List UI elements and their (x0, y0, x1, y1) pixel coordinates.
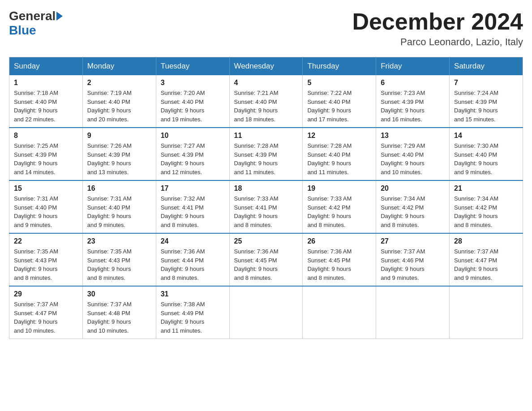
day-info: Sunrise: 7:31 AMSunset: 4:40 PMDaylight:… (14, 194, 78, 229)
day-info: Sunrise: 7:35 AMSunset: 4:43 PMDaylight:… (14, 247, 78, 282)
day-info: Sunrise: 7:21 AMSunset: 4:40 PMDaylight:… (234, 89, 298, 124)
day-info: Sunrise: 7:23 AMSunset: 4:39 PMDaylight:… (381, 89, 445, 124)
day-number: 15 (14, 184, 78, 193)
day-number: 31 (161, 290, 225, 298)
day-number: 14 (454, 132, 518, 140)
day-number: 8 (14, 132, 78, 140)
calendar-header: SundayMondayTuesdayWednesdayThursdayFrid… (9, 57, 523, 76)
calendar-cell: 25Sunrise: 7:36 AMSunset: 4:45 PMDayligh… (229, 233, 303, 286)
day-number: 10 (161, 132, 225, 140)
day-number: 21 (454, 184, 518, 193)
day-of-week-header: Tuesday (156, 57, 229, 76)
day-number: 13 (381, 132, 445, 140)
day-number: 1 (14, 79, 78, 87)
day-of-week-header: Thursday (303, 57, 376, 76)
title-section: December 2024 Parco Leonardo, Lazio, Ita… (352, 9, 523, 48)
day-number: 23 (87, 237, 151, 245)
calendar-week-row: 15Sunrise: 7:31 AMSunset: 4:40 PMDayligh… (9, 180, 523, 233)
calendar-cell: 6Sunrise: 7:23 AMSunset: 4:39 PMDaylight… (376, 75, 450, 128)
calendar-cell: 14Sunrise: 7:30 AMSunset: 4:40 PMDayligh… (450, 128, 523, 180)
calendar-cell: 13Sunrise: 7:29 AMSunset: 4:40 PMDayligh… (376, 128, 450, 180)
calendar-cell: 28Sunrise: 7:37 AMSunset: 4:47 PMDayligh… (450, 233, 523, 286)
day-number: 17 (161, 184, 225, 193)
day-info: Sunrise: 7:20 AMSunset: 4:40 PMDaylight:… (161, 89, 225, 124)
day-number: 22 (14, 237, 78, 245)
calendar-cell: 2Sunrise: 7:19 AMSunset: 4:40 PMDaylight… (82, 75, 156, 128)
calendar-cell: 24Sunrise: 7:36 AMSunset: 4:44 PMDayligh… (156, 233, 229, 286)
logo: General Blue (9, 9, 64, 38)
calendar-cell: 1Sunrise: 7:18 AMSunset: 4:40 PMDaylight… (9, 75, 83, 128)
calendar-cell: 31Sunrise: 7:38 AMSunset: 4:49 PMDayligh… (156, 286, 229, 339)
day-info: Sunrise: 7:28 AMSunset: 4:40 PMDaylight:… (307, 141, 371, 176)
day-of-week-header: Sunday (9, 57, 83, 76)
day-number: 19 (307, 184, 371, 193)
calendar-table: SundayMondayTuesdayWednesdayThursdayFrid… (9, 57, 523, 339)
day-of-week-header: Friday (376, 57, 450, 76)
day-info: Sunrise: 7:36 AMSunset: 4:44 PMDaylight:… (161, 247, 225, 282)
calendar-cell: 9Sunrise: 7:26 AMSunset: 4:39 PMDaylight… (82, 128, 156, 180)
day-number: 29 (14, 290, 78, 298)
calendar-cell: 15Sunrise: 7:31 AMSunset: 4:40 PMDayligh… (9, 180, 83, 233)
calendar-week-row: 22Sunrise: 7:35 AMSunset: 4:43 PMDayligh… (9, 233, 523, 286)
day-number: 18 (234, 184, 298, 193)
day-number: 9 (87, 132, 151, 140)
day-number: 3 (161, 79, 225, 87)
day-of-week-header: Wednesday (229, 57, 303, 76)
day-info: Sunrise: 7:22 AMSunset: 4:40 PMDaylight:… (307, 89, 371, 124)
day-info: Sunrise: 7:25 AMSunset: 4:39 PMDaylight:… (14, 141, 78, 176)
calendar-cell: 4Sunrise: 7:21 AMSunset: 4:40 PMDaylight… (229, 75, 303, 128)
calendar-week-row: 1Sunrise: 7:18 AMSunset: 4:40 PMDaylight… (9, 75, 523, 128)
day-of-week-header: Monday (82, 57, 156, 76)
day-number: 5 (307, 79, 371, 87)
day-info: Sunrise: 7:30 AMSunset: 4:40 PMDaylight:… (454, 141, 518, 176)
day-number: 27 (381, 237, 445, 245)
day-info: Sunrise: 7:37 AMSunset: 4:47 PMDaylight:… (454, 247, 518, 282)
day-info: Sunrise: 7:37 AMSunset: 4:47 PMDaylight:… (14, 300, 78, 335)
calendar-cell: 3Sunrise: 7:20 AMSunset: 4:40 PMDaylight… (156, 75, 229, 128)
day-info: Sunrise: 7:19 AMSunset: 4:40 PMDaylight:… (87, 89, 151, 124)
calendar-cell: 26Sunrise: 7:36 AMSunset: 4:45 PMDayligh… (303, 233, 376, 286)
month-title: December 2024 (352, 9, 523, 34)
day-number: 11 (234, 132, 298, 140)
day-info: Sunrise: 7:34 AMSunset: 4:42 PMDaylight:… (454, 194, 518, 229)
day-info: Sunrise: 7:32 AMSunset: 4:41 PMDaylight:… (161, 194, 225, 229)
calendar-cell: 12Sunrise: 7:28 AMSunset: 4:40 PMDayligh… (303, 128, 376, 180)
calendar-cell: 18Sunrise: 7:33 AMSunset: 4:41 PMDayligh… (229, 180, 303, 233)
logo-general-text: General (9, 9, 56, 23)
day-number: 24 (161, 237, 225, 245)
day-info: Sunrise: 7:24 AMSunset: 4:39 PMDaylight:… (454, 89, 518, 124)
calendar-cell (376, 286, 450, 339)
day-info: Sunrise: 7:34 AMSunset: 4:42 PMDaylight:… (381, 194, 445, 229)
location-title: Parco Leonardo, Lazio, Italy (352, 36, 523, 48)
day-number: 7 (454, 79, 518, 87)
day-number: 6 (381, 79, 445, 87)
day-info: Sunrise: 7:38 AMSunset: 4:49 PMDaylight:… (161, 300, 225, 335)
day-info: Sunrise: 7:29 AMSunset: 4:40 PMDaylight:… (381, 141, 445, 176)
logo-blue-text: Blue (9, 23, 36, 37)
calendar-week-row: 8Sunrise: 7:25 AMSunset: 4:39 PMDaylight… (9, 128, 523, 180)
day-number: 30 (87, 290, 151, 298)
calendar-cell: 17Sunrise: 7:32 AMSunset: 4:41 PMDayligh… (156, 180, 229, 233)
calendar-cell: 20Sunrise: 7:34 AMSunset: 4:42 PMDayligh… (376, 180, 450, 233)
calendar-cell: 29Sunrise: 7:37 AMSunset: 4:47 PMDayligh… (9, 286, 83, 339)
day-info: Sunrise: 7:33 AMSunset: 4:42 PMDaylight:… (307, 194, 371, 229)
logo-arrow-icon (56, 12, 63, 21)
calendar-cell: 27Sunrise: 7:37 AMSunset: 4:46 PMDayligh… (376, 233, 450, 286)
day-info: Sunrise: 7:27 AMSunset: 4:39 PMDaylight:… (161, 141, 225, 176)
calendar-cell: 5Sunrise: 7:22 AMSunset: 4:40 PMDaylight… (303, 75, 376, 128)
calendar-cell: 16Sunrise: 7:31 AMSunset: 4:40 PMDayligh… (82, 180, 156, 233)
day-info: Sunrise: 7:36 AMSunset: 4:45 PMDaylight:… (234, 247, 298, 282)
day-info: Sunrise: 7:37 AMSunset: 4:46 PMDaylight:… (381, 247, 445, 282)
day-info: Sunrise: 7:37 AMSunset: 4:48 PMDaylight:… (87, 300, 151, 335)
day-info: Sunrise: 7:33 AMSunset: 4:41 PMDaylight:… (234, 194, 298, 229)
days-of-week-row: SundayMondayTuesdayWednesdayThursdayFrid… (9, 57, 523, 76)
day-number: 4 (234, 79, 298, 87)
day-number: 25 (234, 237, 298, 245)
calendar-cell: 21Sunrise: 7:34 AMSunset: 4:42 PMDayligh… (450, 180, 523, 233)
calendar-cell: 10Sunrise: 7:27 AMSunset: 4:39 PMDayligh… (156, 128, 229, 180)
calendar-cell: 19Sunrise: 7:33 AMSunset: 4:42 PMDayligh… (303, 180, 376, 233)
calendar-cell (450, 286, 523, 339)
page-header: General Blue December 2024 Parco Leonard… (9, 9, 523, 48)
day-number: 16 (87, 184, 151, 193)
day-info: Sunrise: 7:18 AMSunset: 4:40 PMDaylight:… (14, 89, 78, 124)
